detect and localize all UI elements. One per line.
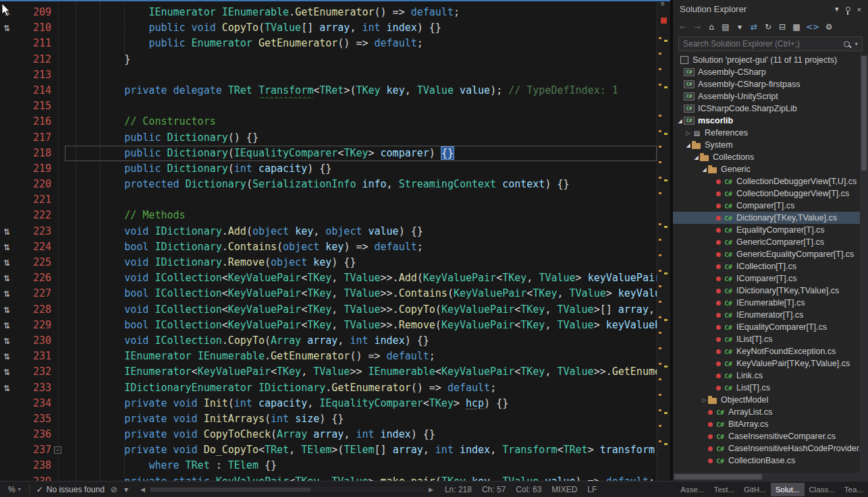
search-box[interactable]: ▾ bbox=[678, 36, 863, 51]
line-number[interactable]: 229 bbox=[18, 318, 51, 333]
tree-item[interactable]: C#CollectionDebuggerView[T,U].cs bbox=[673, 175, 860, 187]
tree-item[interactable]: C#CollectionDebuggerView[T].cs bbox=[673, 187, 860, 200]
line-number[interactable]: 224 bbox=[18, 239, 51, 255]
scrollbar-thumb[interactable] bbox=[151, 488, 310, 492]
code-line[interactable]: ⇅229 bool ICollection<KeyValuePair<TKey,… bbox=[0, 318, 657, 333]
gutter-margin[interactable] bbox=[0, 192, 18, 208]
tree-item[interactable]: ▷ObjectModel bbox=[673, 394, 860, 406]
line-number[interactable]: 227 bbox=[18, 286, 51, 301]
line-number[interactable]: 220 bbox=[18, 177, 51, 192]
code-line[interactable]: 237- private void Do_CopyTo<TRet, TElem>… bbox=[0, 442, 657, 458]
code-line[interactable]: ⇅210 public void CopyTo(TValue[] array, … bbox=[0, 20, 657, 36]
tree-item[interactable]: C#List[T].cs bbox=[673, 382, 860, 394]
gutter-margin[interactable] bbox=[0, 458, 18, 473]
line-number[interactable]: 216 bbox=[18, 114, 51, 129]
code-line[interactable]: 213 bbox=[0, 67, 657, 83]
code-suggestions-icon[interactable]: ⊘ bbox=[111, 485, 117, 494]
line-number[interactable]: 230 bbox=[18, 333, 51, 349]
line-number[interactable]: 239 bbox=[18, 474, 51, 481]
expander-icon[interactable]: ▷ bbox=[684, 130, 692, 136]
close-icon[interactable]: × bbox=[857, 5, 861, 13]
fold-collapse-button[interactable]: - bbox=[54, 446, 61, 454]
code-line[interactable]: 221 bbox=[0, 192, 657, 208]
line-number[interactable]: 210 bbox=[18, 20, 51, 36]
code-line[interactable]: 219 public Dictionary(int capacity) {} bbox=[0, 161, 657, 177]
tree-item[interactable]: C#CaseInsensitiveHashCodeProvider.cs bbox=[673, 442, 860, 455]
switch-views-icon[interactable]: ▤ bbox=[721, 22, 730, 32]
scroll-right-icon[interactable]: ▶ bbox=[427, 486, 435, 493]
tree-item[interactable]: C#CollectionBase.cs bbox=[673, 455, 860, 467]
tree-item[interactable]: C#IEnumerator[T].cs bbox=[673, 309, 860, 321]
suggestions-caret-icon[interactable]: ▾ bbox=[124, 485, 128, 494]
code-line[interactable]: ⇅228 void ICollection<KeyValuePair<TKey,… bbox=[0, 302, 657, 318]
gutter-margin[interactable] bbox=[0, 161, 18, 177]
back-icon[interactable]: ← bbox=[678, 22, 688, 32]
scroll-left-icon[interactable]: ◀ bbox=[138, 486, 147, 493]
expander-icon[interactable]: ◢ bbox=[676, 118, 684, 124]
line-number[interactable]: 213 bbox=[18, 67, 51, 83]
search-input[interactable] bbox=[683, 39, 840, 49]
tree-item[interactable]: C#Assembly-CSharp bbox=[673, 66, 860, 78]
gutter-margin[interactable]: ⇅ bbox=[0, 318, 18, 333]
code-editor[interactable]: ⇅209 IEnumerator IEnumerable.GetEnumerat… bbox=[0, 0, 670, 481]
pin-icon[interactable] bbox=[846, 7, 850, 11]
sync-with-active-document-icon[interactable]: ⇄ bbox=[749, 22, 759, 32]
tree-item[interactable]: C#IList[T].cs bbox=[673, 333, 860, 345]
code-line[interactable]: 235 private void InitArrays(int size) {} bbox=[0, 411, 657, 427]
scrollbar-track[interactable] bbox=[149, 487, 425, 492]
gutter-margin[interactable]: ⇅ bbox=[0, 224, 18, 239]
line-number[interactable]: 218 bbox=[18, 146, 51, 161]
tree-item[interactable]: C#IEnumerable[T].cs bbox=[673, 297, 860, 309]
tree-horizontal-scrollbar[interactable] bbox=[673, 473, 860, 481]
gutter-margin[interactable] bbox=[0, 98, 18, 114]
search-options-caret-icon[interactable]: ▾ bbox=[855, 40, 858, 47]
code-line[interactable]: ⇅232 IEnumerator<KeyValuePair<TKey, TVal… bbox=[0, 364, 657, 380]
tree-item[interactable]: C#EqualityComparer[T].cs bbox=[673, 224, 860, 236]
tree-item[interactable]: ▷▤References bbox=[673, 127, 860, 139]
line-number[interactable]: 225 bbox=[18, 255, 51, 270]
code-line[interactable]: 217 public Dictionary() {} bbox=[0, 130, 657, 146]
expander-icon[interactable]: ▷ bbox=[701, 397, 708, 403]
gutter-margin[interactable]: ⇅ bbox=[0, 286, 18, 301]
code-line[interactable]: ⇅209 IEnumerator IEnumerable.GetEnumerat… bbox=[0, 5, 657, 20]
tree-item[interactable]: C#Assembly-UnityScript bbox=[673, 90, 860, 103]
code-line[interactable]: 212 } bbox=[0, 52, 657, 67]
gutter-margin[interactable] bbox=[0, 208, 18, 223]
tree-item[interactable]: ◢Collections bbox=[673, 151, 860, 163]
line-number[interactable]: 231 bbox=[18, 349, 51, 364]
code-line[interactable]: 220 protected Dictionary(SerializationIn… bbox=[0, 177, 657, 192]
expander-icon[interactable]: ◢ bbox=[701, 167, 708, 173]
line-number[interactable]: 219 bbox=[18, 161, 51, 177]
tree-item[interactable]: C#CaseInsensitiveComparer.cs bbox=[673, 430, 860, 442]
tree-item[interactable]: C#Dictionary[TKey,TValue].cs bbox=[673, 212, 860, 224]
gutter-margin[interactable]: ⇅ bbox=[0, 239, 18, 255]
line-number[interactable]: 232 bbox=[18, 364, 51, 380]
gutter-margin[interactable]: ⇅ bbox=[0, 364, 18, 380]
line-number[interactable]: 217 bbox=[18, 130, 51, 146]
line-number[interactable]: 212 bbox=[18, 52, 51, 67]
line-number[interactable]: 223 bbox=[18, 224, 51, 239]
editor-horizontal-scrollbar[interactable]: ◀ ▶ bbox=[138, 486, 435, 493]
gutter-margin[interactable]: ⇅ bbox=[0, 20, 18, 36]
panel-tab-class[interactable]: Class... bbox=[805, 483, 840, 496]
tree-item[interactable]: C#ArrayList.cs bbox=[673, 406, 860, 418]
tree-item[interactable]: C#Comparer[T].cs bbox=[673, 200, 860, 212]
gutter-margin[interactable] bbox=[0, 474, 18, 481]
gutter-margin[interactable] bbox=[0, 83, 18, 98]
line-number[interactable]: 235 bbox=[18, 411, 51, 427]
overview-ruler-scrollbar[interactable]: ≡ bbox=[657, 0, 670, 481]
code-line[interactable]: 239 private static KeyValuePair<TKey, TV… bbox=[0, 474, 657, 481]
code-line[interactable]: 234 private void Init(int capacity, IEqu… bbox=[0, 396, 657, 411]
line-number[interactable]: 222 bbox=[18, 208, 51, 223]
tree-item[interactable]: C#Link.cs bbox=[673, 370, 860, 382]
line-number[interactable]: 209 bbox=[18, 5, 51, 20]
scrollbar-thumb[interactable] bbox=[861, 56, 867, 171]
panel-tab-test[interactable]: Test... bbox=[709, 483, 739, 496]
gutter-margin[interactable]: ⇅ bbox=[0, 5, 18, 20]
gutter-margin[interactable] bbox=[0, 67, 18, 83]
tree-item[interactable]: C#GenericEqualityComparer[T].cs bbox=[673, 248, 860, 260]
code-line[interactable]: ⇅230 void ICollection.CopyTo(Array array… bbox=[0, 333, 657, 349]
gutter-margin[interactable] bbox=[0, 427, 18, 442]
line-number[interactable]: 237 bbox=[18, 442, 51, 458]
code-line[interactable]: 218 public Dictionary(IEqualityComparer<… bbox=[0, 146, 657, 161]
